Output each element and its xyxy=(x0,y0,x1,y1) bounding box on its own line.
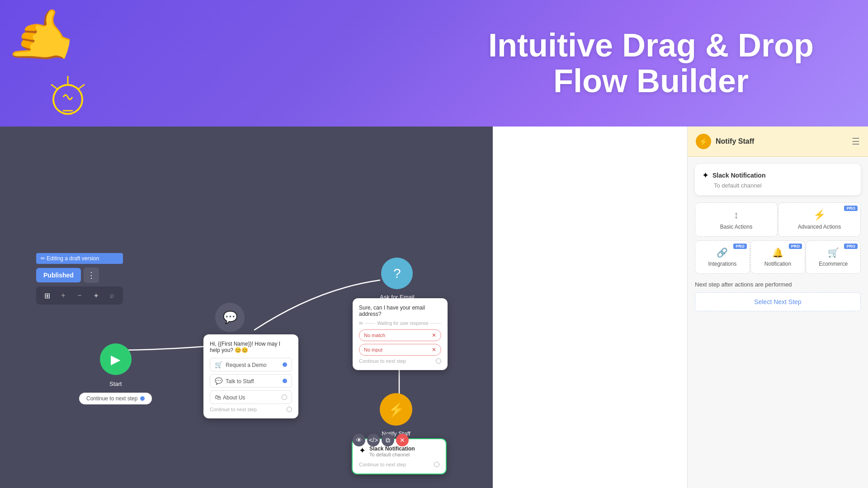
greeting-circle: 💬 xyxy=(215,303,245,332)
panel-header-left: ⚡ Notify Staff xyxy=(696,134,754,149)
start-node[interactable]: ▶ Start Continue to next step xyxy=(79,343,152,404)
node-copy-btn[interactable]: ⧉ xyxy=(382,434,394,446)
advanced-actions-cat[interactable]: PRO ⚡ Advanced Actions xyxy=(778,202,861,237)
integrations-label: Integrations xyxy=(708,261,736,267)
basic-actions-label: Basic Actions xyxy=(720,224,752,230)
search-icon[interactable]: ⌕ xyxy=(107,290,118,301)
no-match-btn[interactable]: No match ✕ xyxy=(359,329,441,341)
layout-icon[interactable]: ⊞ xyxy=(42,290,52,301)
add-icon[interactable]: + xyxy=(58,290,69,301)
panel-menu-icon[interactable]: ☰ xyxy=(852,136,860,147)
toolbar-buttons: Published ⋮ xyxy=(36,267,123,283)
toolbar-icons: ⊞ + − ✦ ⌕ xyxy=(36,286,123,305)
bulb-icon xyxy=(41,68,95,122)
ask-email-card[interactable]: Sure, can I have your email address? ✉ W… xyxy=(353,298,448,370)
toolbar: ✏ Editing a draft version Published ⋮ ⊞ … xyxy=(36,253,123,305)
continue-dot xyxy=(140,396,145,401)
no-input-btn[interactable]: No input ✕ xyxy=(359,344,441,356)
settings-icon[interactable]: ✦ xyxy=(90,290,101,301)
hero-section: 🤙 Intuitive Drag & Drop Flow Builder xyxy=(0,0,868,127)
ask-email-circle: ? xyxy=(381,258,413,289)
hand-icon: 🤙 xyxy=(2,0,84,76)
more-button[interactable]: ⋮ xyxy=(84,267,99,283)
notification-label: Notification xyxy=(764,261,791,267)
start-continue[interactable]: Continue to next step xyxy=(79,393,152,404)
panel-bolt-icon: ⚡ xyxy=(696,134,711,149)
choice-about[interactable]: 🛍About Us xyxy=(210,390,292,404)
hand-illustration: 🤙 xyxy=(0,0,154,127)
panel-title: Notify Staff xyxy=(716,137,754,145)
select-next-button[interactable]: Select Next Step xyxy=(695,292,861,311)
right-panel: ⚡ Notify Staff ☰ ✦ Slack Notification To… xyxy=(687,127,868,488)
ask-email-continue[interactable]: Continue to next step xyxy=(359,358,441,364)
greeting-card[interactable]: Hi, {{First Name}}! How may I help you? … xyxy=(203,334,298,418)
slack-panel-sub: To default channel xyxy=(702,182,854,189)
choice-staff[interactable]: 💬 Talk to Staff xyxy=(210,374,292,388)
remove-icon[interactable]: − xyxy=(74,290,85,301)
panel-slack-card[interactable]: ✦ Slack Notification To default channel xyxy=(695,164,861,195)
action-categories: ↕ Basic Actions PRO ⚡ Advanced Actions xyxy=(695,202,861,237)
basic-actions-cat[interactable]: ↕ Basic Actions xyxy=(695,202,778,237)
notification-cat[interactable]: PRO 🔔 Notification xyxy=(750,240,806,274)
flow-canvas[interactable]: ✏ Editing a draft version Published ⋮ ⊞ … xyxy=(0,127,493,488)
next-step-label: Next step after actions are performed xyxy=(695,281,861,288)
ask-email-message: Sure, can I have your email address? xyxy=(359,305,441,317)
notify-staff-node[interactable]: ⚡ Notify Staff xyxy=(380,393,412,437)
start-circle: ▶ xyxy=(100,343,132,375)
greeting-message: Hi, {{First Name}}! How may I help you? … xyxy=(210,341,292,353)
draft-badge: ✏ Editing a draft version xyxy=(36,253,123,264)
node-code-btn[interactable]: </> xyxy=(367,434,380,446)
ecommerce-cat[interactable]: PRO 🛒 Ecommerce xyxy=(806,240,861,274)
slack-panel-icon: ✦ xyxy=(702,170,709,180)
ask-email-node[interactable]: ? Ask for Email xyxy=(380,258,415,300)
next-step-section: Next step after actions are performed Se… xyxy=(695,281,861,481)
integrations-cat[interactable]: PRO 🔗 Integrations xyxy=(695,240,750,274)
panel-header: ⚡ Notify Staff ☰ xyxy=(688,127,868,157)
node-view-btn[interactable]: 👁 xyxy=(353,434,365,446)
choice-demo[interactable]: 🛒 Request a Demo xyxy=(210,358,292,371)
notify-staff-circle: ⚡ xyxy=(380,393,412,426)
node-delete-btn[interactable]: ✕ xyxy=(396,434,409,446)
published-button[interactable]: Published xyxy=(36,268,81,282)
action-categories-2: PRO 🔗 Integrations PRO 🔔 Notification PR… xyxy=(695,240,861,274)
slack-panel-title: Slack Notification xyxy=(712,172,765,179)
node-action-buttons: 👁 </> ⧉ ✕ xyxy=(353,434,409,446)
hero-title: Intuitive Drag & Drop Flow Builder xyxy=(488,28,814,99)
notify-continue[interactable]: Continue to next step xyxy=(359,462,439,467)
greeting-continue[interactable]: Continue to next step xyxy=(210,407,292,412)
slack-notification-row: ✦ Slack Notification To default channel xyxy=(359,446,439,457)
waiting-row: ✉ Waiting for user response xyxy=(359,321,441,326)
advanced-actions-label: Advanced Actions xyxy=(798,224,841,230)
start-label: Start xyxy=(109,380,122,387)
ecommerce-label: Ecommerce xyxy=(819,261,848,267)
